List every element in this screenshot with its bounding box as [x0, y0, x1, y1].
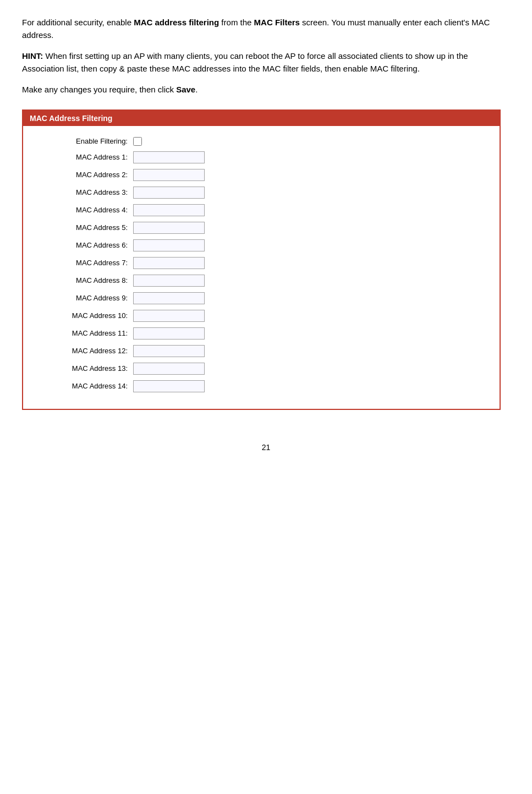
mac-address-input-3[interactable]	[133, 187, 205, 199]
mac-address-input-2[interactable]	[133, 169, 205, 181]
mac-address-input-5[interactable]	[133, 222, 205, 234]
mac-address-label-12: MAC Address 12:	[40, 347, 128, 355]
mac-address-input-8[interactable]	[133, 275, 205, 287]
mac-address-label-14: MAC Address 14:	[40, 382, 128, 390]
mac-address-row-7: MAC Address 7:	[40, 257, 483, 269]
mac-address-label-10: MAC Address 10:	[40, 311, 128, 320]
mac-address-input-1[interactable]	[133, 151, 205, 163]
mac-address-label-11: MAC Address 11:	[40, 329, 128, 337]
intro-text-middle: from the	[219, 18, 254, 27]
mac-address-label-9: MAC Address 9:	[40, 294, 128, 302]
intro-paragraph: For additional security, enable MAC addr…	[22, 17, 510, 41]
hint-label: HINT:	[22, 51, 43, 61]
enable-filtering-label: Enable Filtering:	[40, 137, 128, 145]
mac-address-input-9[interactable]	[133, 292, 205, 304]
mac-address-row-14: MAC Address 14:	[40, 380, 483, 392]
mac-address-input-12[interactable]	[133, 345, 205, 357]
intro-text-before: For additional security, enable	[22, 18, 134, 27]
mac-address-input-10[interactable]	[133, 310, 205, 322]
mac-address-input-13[interactable]	[133, 363, 205, 375]
mac-address-row-8: MAC Address 8:	[40, 275, 483, 287]
enable-filtering-row: Enable Filtering:	[40, 137, 483, 146]
mac-address-label-8: MAC Address 8:	[40, 276, 128, 284]
mac-address-label-4: MAC Address 4:	[40, 206, 128, 214]
mac-address-row-6: MAC Address 6:	[40, 239, 483, 251]
mac-address-row-4: MAC Address 4:	[40, 204, 483, 216]
mac-address-row-11: MAC Address 11:	[40, 327, 483, 339]
mac-address-label-7: MAC Address 7:	[40, 259, 128, 267]
page-number: 21	[22, 443, 510, 452]
action-text-after: .	[195, 85, 198, 94]
mac-address-input-4[interactable]	[133, 204, 205, 216]
mac-address-row-1: MAC Address 1:	[40, 151, 483, 163]
mac-address-input-11[interactable]	[133, 327, 205, 339]
mac-address-row-3: MAC Address 3:	[40, 187, 483, 199]
mac-address-row-10: MAC Address 10:	[40, 310, 483, 322]
enable-filtering-checkbox[interactable]	[133, 137, 142, 146]
intro-bold-mac-filtering: MAC address filtering	[134, 18, 219, 27]
mac-address-label-13: MAC Address 13:	[40, 364, 128, 373]
mac-filter-box: MAC Address Filtering Enable Filtering: …	[22, 109, 501, 410]
hint-text: When first setting up an AP with many cl…	[22, 51, 468, 73]
mac-address-row-13: MAC Address 13:	[40, 363, 483, 375]
mac-address-row-12: MAC Address 12:	[40, 345, 483, 357]
mac-address-row-9: MAC Address 9:	[40, 292, 483, 304]
intro-bold-mac-filters: MAC Filters	[254, 18, 300, 27]
mac-address-label-6: MAC Address 6:	[40, 241, 128, 249]
mac-address-label-3: MAC Address 3:	[40, 188, 128, 196]
mac-address-input-14[interactable]	[133, 380, 205, 392]
mac-address-input-7[interactable]	[133, 257, 205, 269]
hint-paragraph: HINT: When first setting up an AP with m…	[22, 50, 510, 75]
action-paragraph: Make any changes you require, then click…	[22, 84, 510, 96]
mac-address-input-6[interactable]	[133, 239, 205, 251]
mac-filter-body: Enable Filtering: MAC Address 1: MAC Add…	[23, 126, 500, 409]
mac-address-row-2: MAC Address 2:	[40, 169, 483, 181]
mac-address-label-1: MAC Address 1:	[40, 153, 128, 161]
action-text-before: Make any changes you require, then click	[22, 85, 176, 94]
mac-filter-title: MAC Address Filtering	[30, 114, 112, 123]
mac-address-label-2: MAC Address 2:	[40, 171, 128, 179]
mac-filter-header: MAC Address Filtering	[23, 111, 500, 126]
mac-address-row-5: MAC Address 5:	[40, 222, 483, 234]
action-bold-save: Save	[176, 85, 195, 94]
mac-address-label-5: MAC Address 5:	[40, 223, 128, 232]
